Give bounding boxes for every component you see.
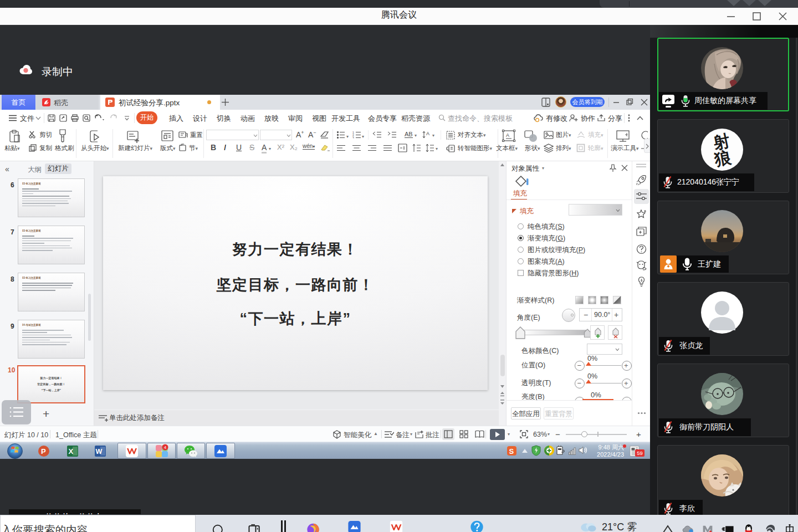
svg-text:A: A bbox=[426, 131, 429, 136]
svg-text:S: S bbox=[509, 447, 514, 456]
svg-text:3: 3 bbox=[352, 136, 354, 139]
svg-text:X: X bbox=[69, 447, 74, 456]
svg-text:A: A bbox=[506, 132, 509, 138]
svg-text:P: P bbox=[41, 447, 46, 456]
svg-text:W: W bbox=[96, 448, 103, 456]
svg-text:4: 4 bbox=[164, 445, 167, 450]
svg-text:狼: 狼 bbox=[713, 148, 733, 169]
